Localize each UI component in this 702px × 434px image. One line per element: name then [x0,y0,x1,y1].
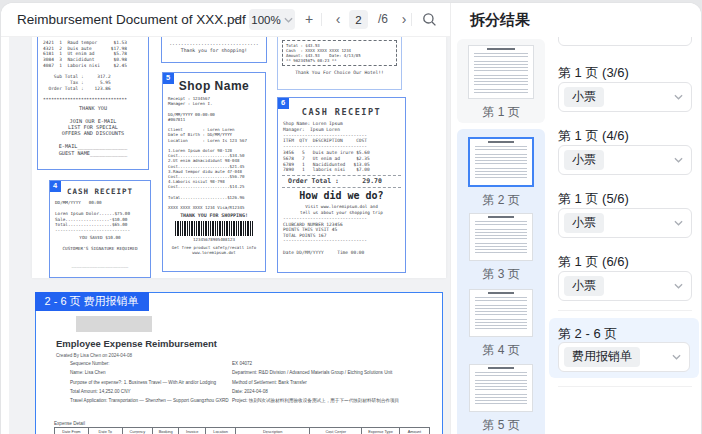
receipt-badge: 6 [277,97,289,109]
field-label: 第 1 页 (5/6) [558,190,629,208]
thumbnail-label: 第 3 页 [457,266,545,283]
pdf-toolbar: Reimbursement Document of XXX.pdf − 100%… [1,3,450,36]
page-thumbnail [469,213,533,261]
receipt-lines: ...............................Thank you… [162,37,266,54]
field-label: 第 1 页 (4/6) [558,127,629,145]
receipt-box-2-end: ...............................Thank you… [161,37,267,63]
form-row: Total Amount: 14,252.00 CNYDate: 2024-04… [56,389,430,395]
app-window: Reimbursement Document of XXX.pdf − 100%… [1,3,701,434]
receipt-box-5: 5 Shop Name Receipt : 1234567Manager : L… [162,72,266,272]
form-rows: Sequence Number:EX 04072 Name: Lisa Chen… [56,361,430,407]
field-value-chip: 费用报销单 [564,347,640,366]
receipt-footer-lines: -------------------------------CLUBCARD … [278,215,405,255]
thumbnail-item-page1[interactable]: 第 1 页 [457,45,545,121]
receipt-title: CASH RECEIPT [50,187,150,197]
field-value-chip: 小票 [564,150,604,169]
receipt-lines: Receipt : 1234567Manager : Loren I. DD/M… [163,93,265,210]
field-label: 第 1 页 (3/6) [558,64,629,82]
panel-title: 拆分结果 [470,11,530,30]
page-number-input[interactable]: 2 [349,10,368,29]
receipt-badge: 4 [49,180,61,192]
form-field: Date: 2024-04-08 [232,389,430,395]
form-field: Method of Settlement: Bank Transfer [232,380,430,386]
form-field: Name: Lisa Chen [56,370,232,376]
zoom-out-button[interactable]: − [228,3,244,36]
thumbnail-item-page5[interactable]: 第 5 页 [457,364,545,434]
field-select[interactable]: 小票 [558,271,692,301]
thumbnail-item-page2[interactable]: 第 2 页 [457,137,545,209]
form-row: Purpose of the expense?: 1. Business Tra… [56,380,430,386]
pdf-page-2-group: 2 - 6 页 费用报销单 Employee Expense Reimburse… [35,292,443,434]
form-field: Sequence Number: [56,361,232,367]
thumbnail-label: 第 1 页 [457,104,545,121]
toolbar-separator [411,13,412,26]
receipt-box-6: 6 CASH RECEIPT Shop Name: Loren IpsumMan… [277,97,406,273]
receipt-lines: 2421 1 Raud tempor $1.534321 2 Duis aute… [38,37,148,103]
group-annotation-label: 2 - 6 页 费用报销单 [35,292,149,311]
thumbnail-label: 第 5 页 [457,417,545,434]
field-select[interactable]: 小票 [558,145,692,175]
document-title: Reimbursement Document of XXX.pdf [17,12,246,27]
field-select[interactable]: 小票 [558,208,692,238]
table-header-cell: Date To结束日期 [89,428,123,434]
zoom-in-button[interactable]: + [301,3,317,36]
expense-detail-label: Expense Detail [54,421,85,426]
receipt-survey-lines: Visit www.loremipsum.dol andtell us abou… [278,202,405,215]
current-page: 2 [355,14,361,26]
receipt-lines: DD/MM/YYYY 00:00 Loren Ipsum Dolor......… [50,197,150,233]
pdf-viewport[interactable]: 2421 1 Raud tempor $1.534321 2 Duis aute… [9,37,450,434]
form-field: Department: R&D Division / Advanced Mate… [232,370,430,376]
table-header-cell: Amount金额 [400,428,429,434]
chevron-down-icon [674,157,683,163]
table-header-cell: Date From开始日期 [55,428,89,434]
table-header-cell: Booking预订 [153,428,180,434]
page-thumbnail [469,364,533,412]
zoom-level-dropdown[interactable]: 100% [249,9,295,30]
form-field: Project: 蚀刻N次试验材料利用验收设备测试上，用于下一代蚀刻材料研制合作… [232,398,430,404]
section-divider [558,386,692,387]
form-row: Sequence Number:EX 04072 [56,361,430,367]
receipt-thanks: Thank You For Choice Our Hotel!! [278,70,401,75]
company-logo-placeholder [76,316,152,332]
form-field: Purpose of the expense?: 1. Business Tra… [56,380,232,386]
split-result-panel: 拆分结果 第 1 页 第 2 页 第 3 页 [450,3,701,434]
page-total: /6 [372,3,394,36]
field-value-chip: 小票 [564,276,604,295]
receipt-order-total: Order Total : 29.70 [282,175,401,188]
thumbnail-group-page1: 第 1 页 [457,39,545,123]
search-icon[interactable] [422,12,437,27]
field-value-chip: 小票 [564,213,604,232]
next-page-button[interactable]: › [396,3,412,36]
receipt-lines: Total : $43.53Cash : XXXX XXXX XXXX 1234… [282,40,397,66]
expense-table-header: Date From开始日期 Date To结束日期 Currency币种 Boo… [54,427,430,434]
thumbnail-item-page3[interactable]: 第 3 页 [457,213,545,283]
field-select-partial[interactable] [558,37,692,46]
chevron-down-icon [674,283,683,289]
receipt-footer-lines: Get free product safety/recall infowww.l… [163,243,265,255]
group-field-select[interactable]: 费用报销单 [558,342,690,372]
receipt-title: CASH RECEIPT [278,106,405,118]
receipt-box-4: 4 CASH RECEIPT DD/MM/YYYY 00:00 Loren Ip… [49,180,151,278]
chevron-down-icon [672,354,681,360]
form-field: Total Amount: 14,252.00 CNY [56,389,232,395]
receipt-thanks: THANK YOU FOR SHOPPING! [163,210,265,218]
section-divider [558,310,692,311]
receipt-promo-lines: THANK YOU JOIN OUR E-MAILLIST FOR SPECIA… [38,103,148,156]
thumbnail-label: 第 2 页 [457,192,545,209]
receipt-box-3: 2421 1 Raud tempor $1.534321 2 Duis aute… [37,37,149,170]
field-select[interactable]: 小票 [558,82,692,112]
group-field-highlight: 第 2 - 6 页 费用报销单 [549,318,699,378]
page-thumbnail-selected [468,137,534,187]
table-header-cell: Currency币种 [123,428,153,434]
pdf-page-1: 2421 1 Raud tempor $1.534321 2 Duis aute… [32,37,446,278]
classification-fields: 第 1 页 (3/6) 小票 第 1 页 (4/6) 小票 第 1 页 (5/6… [558,37,692,434]
barcode [175,221,253,236]
thumbnail-item-page4[interactable]: 第 4 页 [457,289,545,359]
panel-body: 第 1 页 第 2 页 第 3 页 第 4 页 [451,37,701,434]
receipt-lines: Shop Name: Loren IpsumManager: Ipsum Lor… [278,118,405,173]
table-header-cell: Invoice发票 [179,428,206,434]
prev-page-button[interactable]: ‹ [330,3,346,36]
receipt-badge: 5 [162,72,174,84]
receipt-footer-lines: YOU SAVED $10.00 CUSTOMER'S SIGNATURE RE… [50,233,150,268]
receipt-shop-name: Shop Name [163,79,265,93]
